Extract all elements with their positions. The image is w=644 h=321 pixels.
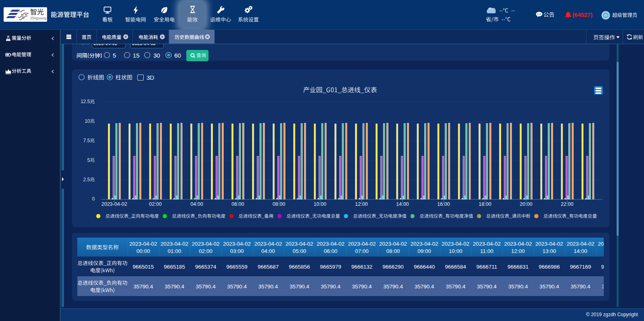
svg-text:35790.4: 35790.4	[477, 284, 497, 290]
svg-text:04:00: 04:00	[261, 248, 275, 254]
svg-text:12.5: 12.5	[80, 99, 90, 104]
svg-text:9665185: 9665185	[164, 264, 185, 270]
svg-text:08:00: 08:00	[272, 201, 285, 207]
svg-text:35790.4: 35790.4	[508, 284, 528, 290]
svg-text:00:00: 00:00	[136, 248, 150, 254]
svg-text:2023-04-02: 2023-04-02	[223, 241, 251, 247]
svg-text:05:00: 05:00	[293, 248, 306, 254]
svg-text:08:00: 08:00	[386, 248, 400, 254]
svg-text:35790.4: 35790.4	[321, 284, 341, 290]
svg-text:2023-04-02: 2023-04-02	[379, 241, 407, 247]
svg-text:35790.4: 35790.4	[196, 284, 216, 290]
svg-text:2023-04-02: 2023-04-02	[473, 241, 501, 247]
svg-text:10:00: 10:00	[314, 201, 326, 207]
svg-text:2023-04-02: 2023-04-02	[129, 241, 157, 247]
svg-text:9666132: 9666132	[351, 264, 373, 270]
svg-text:5: 5	[87, 157, 90, 163]
svg-text:9667368: 9667368	[601, 264, 604, 270]
svg-text:9666290: 9666290	[382, 264, 404, 270]
svg-text:9666711: 9666711	[477, 264, 497, 270]
svg-text:9666831: 9666831	[508, 264, 529, 270]
svg-text:35790.4: 35790.4	[383, 284, 403, 290]
svg-text:9665374: 9665374	[195, 264, 217, 270]
svg-text:2023-04-02: 2023-04-02	[567, 241, 594, 247]
svg-text:9665687: 9665687	[258, 264, 279, 270]
svg-text:35790.4: 35790.4	[352, 284, 372, 290]
svg-text:10:00: 10:00	[449, 248, 462, 254]
svg-text:0: 0	[92, 196, 95, 202]
svg-text:35790.4: 35790.4	[133, 284, 153, 290]
svg-text:07:00: 07:00	[355, 248, 369, 254]
svg-text:35790.4: 35790.4	[258, 284, 278, 290]
svg-text:35790.4: 35790.4	[602, 284, 604, 290]
svg-text:2023-04-02: 2023-04-02	[598, 241, 604, 247]
svg-text:06:00: 06:00	[231, 201, 244, 207]
svg-text:2023-04-02: 2023-04-02	[504, 241, 532, 247]
svg-text:35790.4: 35790.4	[415, 284, 434, 290]
svg-text:9665979: 9665979	[320, 264, 341, 270]
svg-text:20:00: 20:00	[520, 201, 532, 207]
svg-text:18:00: 18:00	[479, 201, 491, 207]
svg-text:35790.4: 35790.4	[571, 284, 590, 290]
svg-text:04:00: 04:00	[190, 201, 203, 207]
svg-text:2023-04-02: 2023-04-02	[161, 241, 188, 247]
svg-text:2023-04-02: 2023-04-02	[348, 241, 376, 247]
svg-text:06:00: 06:00	[324, 248, 338, 254]
svg-text:2023-04-02: 2023-04-02	[101, 201, 127, 207]
svg-text:01:00: 01:00	[168, 248, 182, 254]
svg-text:35790.4: 35790.4	[446, 284, 465, 290]
svg-text:12:00: 12:00	[355, 201, 367, 207]
svg-text:35790.4: 35790.4	[539, 284, 559, 290]
svg-text:02:00: 02:00	[149, 201, 161, 207]
svg-text:2023-04-02: 2023-04-02	[442, 241, 469, 247]
svg-text:02:00: 02:00	[199, 248, 213, 254]
svg-text:2023-04-02: 2023-04-02	[285, 241, 313, 247]
svg-text:10: 10	[85, 118, 90, 124]
svg-text:2.5: 2.5	[83, 177, 90, 182]
svg-text:11:00: 11:00	[480, 248, 493, 254]
svg-text:9665856: 9665856	[289, 264, 310, 270]
svg-text:14:00: 14:00	[396, 201, 409, 207]
svg-text:16:00: 16:00	[437, 201, 450, 207]
svg-text:9666440: 9666440	[414, 264, 435, 270]
svg-text:2023-04-02: 2023-04-02	[317, 241, 345, 247]
svg-text:22:00: 22:00	[561, 201, 573, 207]
svg-text:2023-04-02: 2023-04-02	[535, 241, 563, 247]
svg-text:2023-04-02: 2023-04-02	[254, 241, 282, 247]
svg-text:9666584: 9666584	[445, 264, 466, 270]
svg-text:14:00: 14:00	[574, 248, 587, 254]
svg-text:09:00: 09:00	[417, 248, 431, 254]
svg-text:12:00: 12:00	[511, 248, 525, 254]
svg-text:9665559: 9665559	[226, 264, 248, 270]
svg-text:9666986: 9666986	[539, 264, 560, 270]
svg-text:35790.4: 35790.4	[227, 284, 247, 290]
svg-text:7.5: 7.5	[83, 138, 90, 143]
svg-text:35790.4: 35790.4	[289, 284, 309, 290]
svg-text:2023-04-02: 2023-04-02	[192, 241, 219, 247]
svg-text:03:00: 03:00	[230, 248, 244, 254]
svg-text:9667169: 9667169	[570, 264, 591, 270]
svg-text:13:00: 13:00	[543, 248, 556, 254]
svg-text:2023-04-02: 2023-04-02	[411, 241, 438, 247]
svg-text:35790.4: 35790.4	[165, 284, 184, 290]
svg-text:9665015: 9665015	[133, 264, 154, 270]
